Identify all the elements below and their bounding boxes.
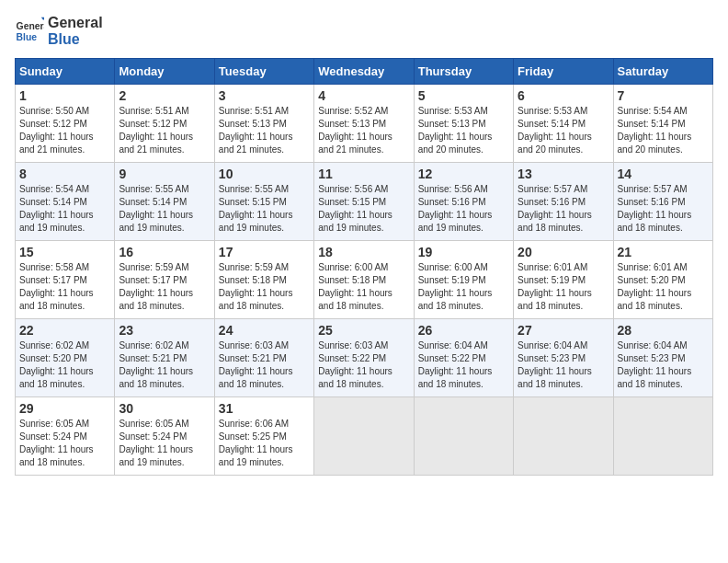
day-header-monday: Monday — [115, 59, 214, 85]
day-number: 9 — [119, 167, 210, 181]
day-number: 25 — [318, 323, 409, 338]
calendar-cell: 9Sunrise: 5:55 AM Sunset: 5:14 PM Daylig… — [115, 163, 214, 241]
calendar-week-row: 1Sunrise: 5:50 AM Sunset: 5:12 PM Daylig… — [16, 85, 713, 163]
day-header-thursday: Thursday — [414, 59, 513, 85]
day-number: 4 — [318, 88, 409, 103]
day-info: Sunrise: 6:01 AM Sunset: 5:19 PM Dayligh… — [518, 261, 609, 313]
calendar-cell: 21Sunrise: 6:01 AM Sunset: 5:20 PM Dayli… — [613, 241, 712, 319]
day-number: 7 — [618, 88, 709, 103]
day-number: 30 — [119, 401, 210, 416]
calendar-cell — [514, 397, 613, 476]
day-info: Sunrise: 5:58 AM Sunset: 5:17 PM Dayligh… — [19, 261, 110, 313]
day-number: 8 — [19, 167, 110, 181]
day-info: Sunrise: 6:03 AM Sunset: 5:21 PM Dayligh… — [219, 339, 310, 391]
calendar-cell: 8Sunrise: 5:54 AM Sunset: 5:14 PM Daylig… — [16, 163, 115, 241]
day-header-tuesday: Tuesday — [214, 59, 313, 85]
day-number: 17 — [219, 245, 310, 259]
day-header-wednesday: Wednesday — [314, 59, 414, 85]
day-info: Sunrise: 5:53 AM Sunset: 5:13 PM Dayligh… — [418, 105, 509, 156]
day-info: Sunrise: 6:04 AM Sunset: 5:22 PM Dayligh… — [418, 339, 509, 391]
day-info: Sunrise: 6:02 AM Sunset: 5:20 PM Dayligh… — [19, 339, 110, 391]
calendar-cell: 23Sunrise: 6:02 AM Sunset: 5:21 PM Dayli… — [115, 319, 214, 397]
day-info: Sunrise: 6:04 AM Sunset: 5:23 PM Dayligh… — [518, 339, 609, 391]
day-header-saturday: Saturday — [613, 59, 712, 85]
day-number: 6 — [518, 88, 609, 103]
day-info: Sunrise: 5:51 AM Sunset: 5:12 PM Dayligh… — [119, 105, 210, 156]
day-number: 26 — [418, 323, 509, 338]
day-number: 31 — [219, 401, 310, 416]
day-info: Sunrise: 5:54 AM Sunset: 5:14 PM Dayligh… — [618, 105, 709, 156]
calendar-cell — [314, 397, 414, 476]
svg-text:General: General — [17, 21, 44, 31]
day-number: 11 — [318, 167, 409, 181]
calendar-cell: 15Sunrise: 5:58 AM Sunset: 5:17 PM Dayli… — [16, 241, 115, 319]
day-number: 29 — [19, 401, 110, 416]
day-number: 28 — [618, 323, 709, 338]
day-info: Sunrise: 5:56 AM Sunset: 5:16 PM Dayligh… — [418, 183, 509, 235]
day-info: Sunrise: 5:55 AM Sunset: 5:15 PM Dayligh… — [219, 183, 310, 235]
calendar-cell: 17Sunrise: 5:59 AM Sunset: 5:18 PM Dayli… — [214, 241, 313, 319]
day-number: 18 — [318, 245, 409, 259]
day-info: Sunrise: 6:06 AM Sunset: 5:25 PM Dayligh… — [219, 418, 310, 469]
calendar-week-row: 22Sunrise: 6:02 AM Sunset: 5:20 PM Dayli… — [16, 319, 713, 397]
day-header-friday: Friday — [514, 59, 613, 85]
calendar-cell: 1Sunrise: 5:50 AM Sunset: 5:12 PM Daylig… — [16, 85, 115, 163]
calendar-cell: 29Sunrise: 6:05 AM Sunset: 5:24 PM Dayli… — [16, 397, 115, 476]
day-number: 20 — [518, 245, 609, 259]
calendar-cell: 19Sunrise: 6:00 AM Sunset: 5:19 PM Dayli… — [414, 241, 513, 319]
day-number: 10 — [219, 167, 310, 181]
calendar-cell: 25Sunrise: 6:03 AM Sunset: 5:22 PM Dayli… — [314, 319, 414, 397]
calendar-cell: 3Sunrise: 5:51 AM Sunset: 5:13 PM Daylig… — [214, 85, 313, 163]
calendar-cell: 4Sunrise: 5:52 AM Sunset: 5:13 PM Daylig… — [314, 85, 414, 163]
calendar-week-row: 29Sunrise: 6:05 AM Sunset: 5:24 PM Dayli… — [16, 397, 713, 476]
logo-text-general: General — [48, 15, 103, 31]
calendar-cell: 14Sunrise: 5:57 AM Sunset: 5:16 PM Dayli… — [613, 163, 712, 241]
calendar-cell: 28Sunrise: 6:04 AM Sunset: 5:23 PM Dayli… — [613, 319, 712, 397]
day-number: 21 — [618, 245, 709, 259]
day-info: Sunrise: 5:59 AM Sunset: 5:17 PM Dayligh… — [119, 261, 210, 313]
day-number: 1 — [19, 88, 110, 103]
calendar-cell: 30Sunrise: 6:05 AM Sunset: 5:24 PM Dayli… — [115, 397, 214, 476]
day-info: Sunrise: 6:05 AM Sunset: 5:24 PM Dayligh… — [19, 418, 110, 469]
calendar-cell: 22Sunrise: 6:02 AM Sunset: 5:20 PM Dayli… — [16, 319, 115, 397]
day-info: Sunrise: 5:52 AM Sunset: 5:13 PM Dayligh… — [318, 105, 409, 156]
day-number: 24 — [219, 323, 310, 338]
svg-text:Blue: Blue — [17, 31, 38, 41]
day-info: Sunrise: 5:59 AM Sunset: 5:18 PM Dayligh… — [219, 261, 310, 313]
calendar-cell — [414, 397, 513, 476]
calendar-cell: 10Sunrise: 5:55 AM Sunset: 5:15 PM Dayli… — [214, 163, 313, 241]
day-number: 14 — [618, 167, 709, 181]
calendar-cell: 24Sunrise: 6:03 AM Sunset: 5:21 PM Dayli… — [214, 319, 313, 397]
day-info: Sunrise: 5:50 AM Sunset: 5:12 PM Dayligh… — [19, 105, 110, 156]
day-info: Sunrise: 6:00 AM Sunset: 5:19 PM Dayligh… — [418, 261, 509, 313]
day-header-sunday: Sunday — [16, 59, 115, 85]
calendar-cell: 26Sunrise: 6:04 AM Sunset: 5:22 PM Dayli… — [414, 319, 513, 397]
day-info: Sunrise: 6:05 AM Sunset: 5:24 PM Dayligh… — [119, 418, 210, 469]
day-info: Sunrise: 5:56 AM Sunset: 5:15 PM Dayligh… — [318, 183, 409, 235]
calendar-cell: 31Sunrise: 6:06 AM Sunset: 5:25 PM Dayli… — [214, 397, 313, 476]
day-number: 15 — [19, 245, 110, 259]
day-info: Sunrise: 5:51 AM Sunset: 5:13 PM Dayligh… — [219, 105, 310, 156]
calendar-cell: 20Sunrise: 6:01 AM Sunset: 5:19 PM Dayli… — [514, 241, 613, 319]
calendar-cell: 7Sunrise: 5:54 AM Sunset: 5:14 PM Daylig… — [613, 85, 712, 163]
calendar-cell: 16Sunrise: 5:59 AM Sunset: 5:17 PM Dayli… — [115, 241, 214, 319]
page-header: General Blue General Blue — [15, 15, 713, 47]
day-info: Sunrise: 6:02 AM Sunset: 5:21 PM Dayligh… — [119, 339, 210, 391]
calendar-cell: 5Sunrise: 5:53 AM Sunset: 5:13 PM Daylig… — [414, 85, 513, 163]
logo-icon: General Blue — [15, 17, 44, 46]
calendar-cell: 2Sunrise: 5:51 AM Sunset: 5:12 PM Daylig… — [115, 85, 214, 163]
day-number: 27 — [518, 323, 609, 338]
logo: General Blue General Blue — [15, 15, 103, 47]
day-info: Sunrise: 5:53 AM Sunset: 5:14 PM Dayligh… — [518, 105, 609, 156]
calendar-cell — [613, 397, 712, 476]
calendar-cell: 11Sunrise: 5:56 AM Sunset: 5:15 PM Dayli… — [314, 163, 414, 241]
calendar-cell: 6Sunrise: 5:53 AM Sunset: 5:14 PM Daylig… — [514, 85, 613, 163]
svg-marker-2 — [41, 17, 44, 19]
day-number: 12 — [418, 167, 509, 181]
calendar-header-row: SundayMondayTuesdayWednesdayThursdayFrid… — [16, 59, 713, 85]
day-number: 23 — [119, 323, 210, 338]
day-info: Sunrise: 5:57 AM Sunset: 5:16 PM Dayligh… — [618, 183, 709, 235]
day-number: 22 — [19, 323, 110, 338]
calendar-cell: 18Sunrise: 6:00 AM Sunset: 5:18 PM Dayli… — [314, 241, 414, 319]
calendar-week-row: 15Sunrise: 5:58 AM Sunset: 5:17 PM Dayli… — [16, 241, 713, 319]
